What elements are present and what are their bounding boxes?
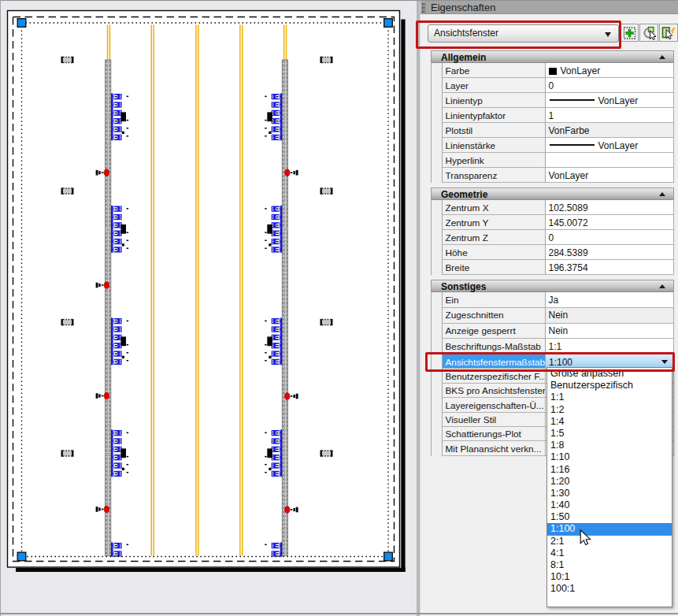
- property-label-anzeige-gesperrt[interactable]: Anzeige gesperrt: [443, 324, 546, 340]
- property-label-breite[interactable]: Breite: [443, 260, 546, 275]
- collapse-arrow-icon[interactable]: [659, 284, 665, 288]
- scale-option-1-4[interactable]: 1:4: [547, 416, 672, 428]
- property-value-farbe[interactable]: VonLayer: [546, 63, 673, 78]
- value-text: 0: [549, 232, 554, 243]
- property-value-linienstaerke[interactable]: VonLayer: [546, 138, 673, 153]
- scale-option-1-50[interactable]: 1:50: [547, 511, 672, 523]
- window-border-top: [0, 0, 678, 1]
- palette-titlebar[interactable]: Eigenschaften: [421, 1, 678, 14]
- property-value-linientyp[interactable]: VonLayer: [546, 93, 673, 108]
- scale-option-1-8[interactable]: 1:8: [547, 440, 672, 451]
- scale-option-8-1[interactable]: 8:1: [547, 559, 672, 571]
- property-value-breite[interactable]: 196.3754: [546, 260, 673, 275]
- palette-grip-handle[interactable]: [422, 3, 427, 13]
- property-label-farbe[interactable]: Farbe: [443, 63, 546, 78]
- scale-option-1-5[interactable]: 1:5: [547, 428, 672, 440]
- scale-option-100-1[interactable]: 100:1: [547, 583, 672, 595]
- scale-option-1-1[interactable]: 1:1: [547, 391, 672, 403]
- section-header-sonstiges[interactable]: Sonstiges: [431, 280, 674, 292]
- section-header-geometrie[interactable]: Geometrie: [431, 187, 674, 200]
- collapse-arrow-icon[interactable]: [659, 55, 665, 59]
- section-header-allgemein[interactable]: Allgemein: [431, 50, 674, 63]
- property-row-hoehe: Höhe284.5389: [432, 245, 673, 260]
- property-label-zentrum-y[interactable]: Zentrum Y: [443, 215, 546, 230]
- property-label-zentrum-x[interactable]: Zentrum X: [443, 200, 546, 215]
- scale-option-1-16[interactable]: 1:16: [547, 464, 672, 476]
- row-gutter: [432, 384, 443, 398]
- row-gutter: [432, 93, 443, 108]
- viewport-grip[interactable]: [384, 19, 393, 28]
- property-value-zugeschnitten[interactable]: Nein: [546, 308, 673, 324]
- scale-option-1-40[interactable]: 1:40: [547, 499, 672, 511]
- viewport-grip[interactable]: [384, 552, 393, 561]
- window-border-left: [0, 0, 1, 616]
- property-value-plotstil[interactable]: VonFarbe: [546, 123, 673, 138]
- property-value-zentrum-z[interactable]: 0: [546, 230, 673, 245]
- row-gutter: [432, 292, 443, 308]
- scale-option-1-2[interactable]: 1:2: [547, 404, 672, 416]
- property-label-linientypfaktor[interactable]: Linientypfaktor: [443, 108, 546, 123]
- property-value-zentrum-x[interactable]: 102.5089: [546, 200, 673, 215]
- row-gutter: [432, 138, 443, 153]
- value-text: 0: [549, 80, 554, 91]
- linetype-sample-icon: [550, 144, 595, 147]
- property-label-hyperlink[interactable]: Hyperlink: [443, 153, 546, 168]
- scale-dropdown-list[interactable]: Größe anpassenBenutzerspezifisch1:11:21:…: [546, 367, 672, 607]
- scale-option-benutzerspezifisch[interactable]: Benutzerspezifisch: [547, 380, 672, 391]
- property-label-linienstaerke[interactable]: Linienstärke: [443, 138, 546, 153]
- scale-option-10-1[interactable]: 10:1: [547, 571, 672, 583]
- value-text: 1:1: [549, 341, 562, 352]
- row-gutter: [432, 63, 443, 78]
- scale-option-1-100[interactable]: 1:100: [547, 523, 672, 535]
- property-value-linientypfaktor[interactable]: 1: [546, 108, 673, 123]
- linetype-sample-icon: [550, 99, 595, 101]
- property-label-visueller-stil[interactable]: Visueller Stil: [443, 413, 546, 427]
- annotation-box-scale-row: [425, 352, 675, 372]
- collapse-arrow-icon[interactable]: [659, 192, 665, 196]
- property-label-linientyp[interactable]: Linientyp: [443, 93, 546, 108]
- property-value-transparenz[interactable]: VonLayer: [546, 168, 673, 183]
- row-gutter: [432, 230, 443, 245]
- scale-option-1-20[interactable]: 1:20: [547, 476, 672, 488]
- scale-option-4-1[interactable]: 4:1: [547, 547, 672, 559]
- property-label-hoehe[interactable]: Höhe: [443, 245, 546, 260]
- paper-shadow: [16, 568, 406, 572]
- property-label-plotstil[interactable]: Plotstil: [443, 123, 546, 138]
- quick-select-button[interactable]: [659, 24, 678, 42]
- viewport-grip[interactable]: [17, 552, 26, 561]
- toggle-pickadd-button[interactable]: [620, 24, 639, 42]
- select-objects-button[interactable]: [639, 24, 658, 42]
- value-text: 102.5089: [549, 202, 588, 213]
- property-label-layer[interactable]: Layer: [443, 78, 546, 93]
- property-value-anzeige-gesperrt[interactable]: Nein: [546, 324, 673, 340]
- property-value-hoehe[interactable]: 284.5389: [546, 245, 673, 260]
- property-value-layer[interactable]: 0: [546, 78, 673, 93]
- autocad-window: Eigenschaften Ansichtsfenster: [0, 0, 678, 616]
- property-row-linientyp: LinientypVonLayer: [432, 93, 673, 108]
- drawing-canvas[interactable]: [0, 0, 417, 616]
- property-label-layereigenschaften[interactable]: Layereigenschaften-Ü...: [443, 398, 546, 412]
- property-row-zentrum-y: Zentrum Y145.0072: [432, 215, 673, 230]
- property-label-zugeschnitten[interactable]: Zugeschnitten: [443, 308, 546, 324]
- wall-right: [282, 60, 287, 556]
- scale-option-1-10[interactable]: 1:10: [547, 451, 672, 463]
- scale-option-1-30[interactable]: 1:30: [547, 488, 672, 499]
- scale-option-2-1[interactable]: 2:1: [547, 536, 672, 547]
- annotation-box-selector: [416, 20, 621, 49]
- row-gutter: [432, 78, 443, 93]
- property-label-ein[interactable]: Ein: [443, 292, 546, 308]
- property-row-breite: Breite196.3754: [432, 260, 673, 275]
- property-label-bks-pro-ansichtsfenster[interactable]: BKS pro Ansichtsfenster: [443, 384, 546, 398]
- property-label-zentrum-z[interactable]: Zentrum Z: [443, 230, 546, 245]
- property-label-mit-planansicht-verknuepft[interactable]: Mit Planansicht verkn...: [443, 441, 546, 455]
- property-label-schattierungs-plot[interactable]: Schattierungs-Plot: [443, 427, 546, 441]
- property-label-transparenz[interactable]: Transparenz: [443, 168, 546, 183]
- property-value-hyperlink[interactable]: [546, 153, 673, 168]
- row-gutter: [432, 153, 443, 168]
- property-row-linienstaerke: LinienstärkeVonLayer: [432, 138, 673, 153]
- viewport-grip[interactable]: [17, 19, 26, 28]
- property-value-zentrum-y[interactable]: 145.0072: [546, 215, 673, 230]
- mouse-cursor: [580, 529, 592, 547]
- property-value-ein[interactable]: Ja: [546, 292, 673, 308]
- property-row-farbe: FarbeVonLayer: [432, 63, 673, 78]
